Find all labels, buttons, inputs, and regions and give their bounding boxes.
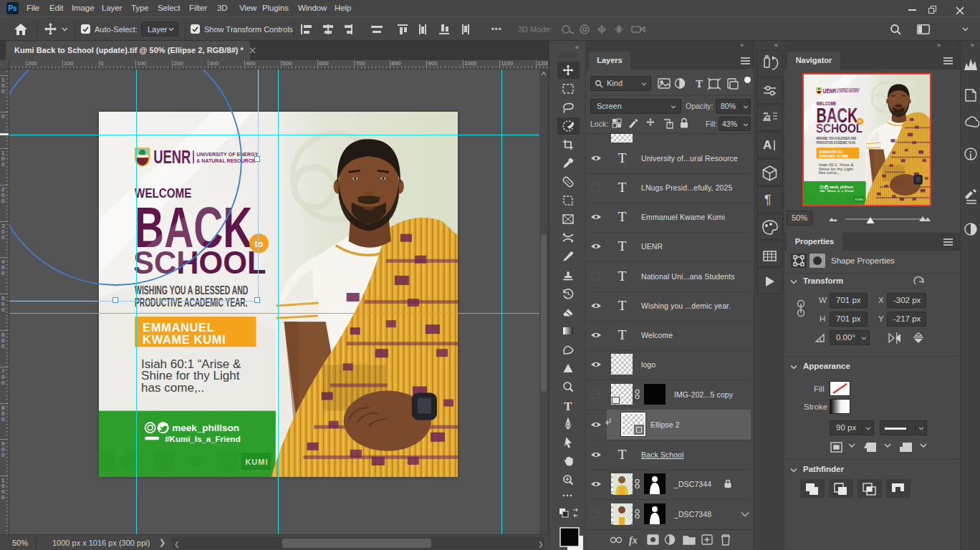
svg-text:fx: fx: [629, 535, 638, 546]
svg-text:¶: ¶: [764, 193, 772, 207]
svg-text:T: T: [564, 400, 572, 413]
svg-text:T: T: [696, 78, 703, 90]
svg-text:A: A: [763, 138, 772, 152]
